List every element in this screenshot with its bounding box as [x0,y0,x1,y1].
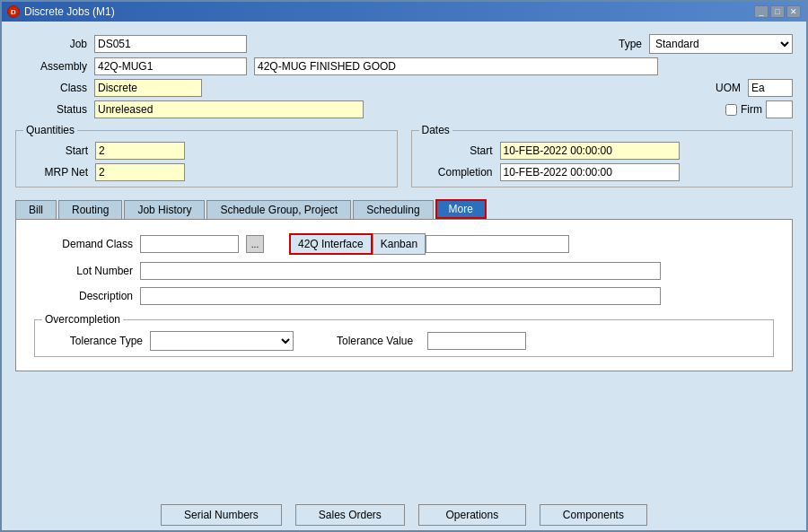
class-label: Class [15,82,87,94]
assembly-input[interactable] [94,57,247,75]
tab-more[interactable]: More [435,199,487,219]
operations-button[interactable]: Operations [418,504,526,526]
tab-job-history[interactable]: Job History [124,200,205,219]
firm-label: Firm [741,103,762,116]
overcompletion-panel: Overcompletion Tolerance Type Tolerance … [34,319,774,357]
demand-class-ellipsis[interactable]: ... [246,235,264,253]
serial-numbers-button[interactable]: Serial Numbers [161,504,282,526]
components-button[interactable]: Components [540,504,647,526]
description-label: Description [34,290,133,302]
title-bar: D Discrete Jobs (M1) _ □ ✕ [2,2,806,22]
start-date-input[interactable] [500,142,680,160]
uom-input[interactable] [748,79,793,97]
lot-number-label: Lot Number [34,265,133,277]
completion-date-input[interactable] [500,163,680,181]
uom-label: UOM [696,82,741,94]
maximize-button[interactable]: □ [770,5,785,18]
overcompletion-title: Overcompletion [42,313,123,326]
job-input[interactable] [94,35,247,53]
bottom-buttons: Serial Numbers Sales Orders Operations C… [2,497,806,530]
quantities-title: Quantities [23,124,77,136]
status-input[interactable] [94,100,364,118]
tabs-row: Bill Routing Job History Schedule Group,… [15,199,793,220]
class-input[interactable] [94,79,202,97]
window-title: Discrete Jobs (M1) [24,5,115,18]
dates-title: Dates [419,124,452,136]
type-label: Type [597,38,642,50]
tolerance-type-select[interactable] [150,331,294,351]
tab-scheduling[interactable]: Scheduling [353,200,433,219]
type-select[interactable]: Standard [649,34,793,54]
quantities-panel: Quantities Start MRP Net [15,130,398,188]
demand-class-label: Demand Class [34,238,133,250]
demand-class-input[interactable] [140,235,239,253]
start-qty-input[interactable] [95,142,185,160]
status-label: Status [15,103,87,116]
window-icon: D [7,5,20,18]
tab-schedule-group[interactable]: Schedule Group, Project [206,200,351,219]
kanban-button[interactable]: Kanban [373,233,426,255]
lot-number-input[interactable] [140,262,661,280]
completion-date-label: Completion [421,166,493,179]
job-label: Job [15,38,87,50]
tolerance-value-input[interactable] [427,332,526,350]
start-qty-label: Start [25,144,88,157]
description-input[interactable] [140,287,661,305]
main-window: D Discrete Jobs (M1) _ □ ✕ Job Type Stan… [0,0,808,532]
mrp-label: MRP Net [25,166,88,179]
title-bar-buttons: _ □ ✕ [754,5,801,18]
sales-orders-button[interactable]: Sales Orders [295,504,405,526]
tab-content-more: Demand Class ... 42Q Interface Kanban Lo… [15,220,793,371]
minimize-button[interactable]: _ [754,5,768,18]
firm-checkbox[interactable] [725,104,737,116]
assembly-label: Assembly [15,60,87,73]
firm-bracket [766,100,793,118]
dates-panel: Dates Start Completion [411,130,794,188]
interface-button[interactable]: 42Q Interface [289,233,373,255]
close-button[interactable]: ✕ [786,5,801,18]
mrp-input[interactable] [95,163,185,181]
kanban-input[interactable] [426,235,569,253]
tolerance-value-label: Tolerance Value [337,335,413,347]
assembly-desc-input[interactable] [254,57,658,75]
tab-routing[interactable]: Routing [58,200,122,219]
start-date-label: Start [421,144,493,157]
tolerance-type-label: Tolerance Type [44,335,143,347]
tab-bill[interactable]: Bill [15,200,57,219]
